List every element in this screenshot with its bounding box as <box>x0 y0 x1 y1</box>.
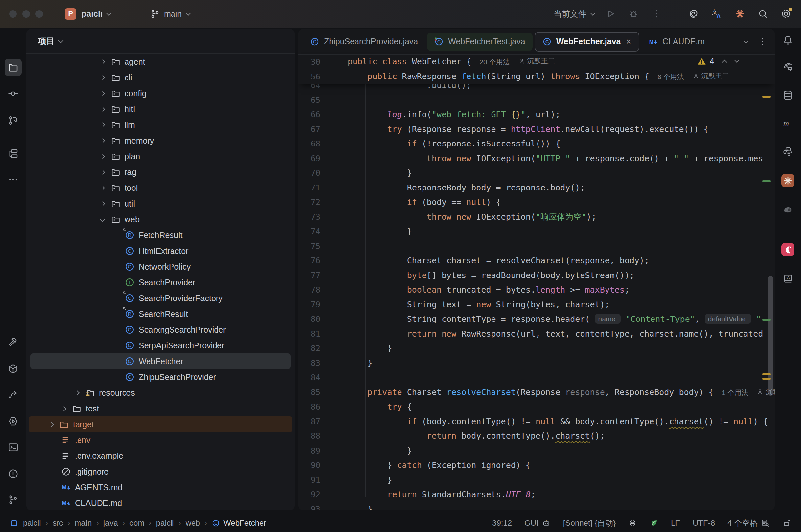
line-number[interactable]: 71 <box>298 183 320 192</box>
line-number[interactable]: 84 <box>298 373 320 382</box>
tool-stripe-notifications-icon[interactable] <box>779 32 796 49</box>
tree-item-NetworkPolicy[interactable]: CNetworkPolicy <box>30 259 291 274</box>
line-number[interactable]: 30 <box>298 57 320 66</box>
line-number[interactable]: 90 <box>298 461 320 470</box>
prev-problem-icon[interactable] <box>722 60 727 65</box>
tree-item-SearxngSearchProvider[interactable]: CSearxngSearchProvider <box>30 322 291 338</box>
tool-stripe-terminal-icon[interactable] <box>5 439 22 456</box>
project-chevron-icon[interactable] <box>107 11 112 16</box>
chevron-right-icon[interactable] <box>98 155 107 158</box>
status-gui-mode[interactable]: GUI <box>524 518 551 528</box>
tool-stripe-maven-icon[interactable]: m <box>779 115 796 132</box>
code-line-67[interactable]: 67 try (Response response = httpClient.n… <box>298 122 775 137</box>
code-line-92[interactable]: 92 return StandardCharsets.UTF_8; <box>298 487 775 502</box>
status-leaf-status[interactable] <box>650 518 658 527</box>
line-number[interactable]: 73 <box>298 212 320 222</box>
editor-tab-WebFetcher.java[interactable]: CWebFetcher.java× <box>535 32 639 52</box>
traffic-light-minimize[interactable] <box>22 10 30 18</box>
tool-stripe-commit-icon[interactable] <box>5 85 22 102</box>
tool-stripe-version-control-icon[interactable] <box>5 491 22 508</box>
code-line-89[interactable]: 89 } <box>298 444 775 458</box>
breadcrumb-item-WebFetcher[interactable]: WebFetcher <box>223 518 266 528</box>
breadcrumb-item-main[interactable]: main <box>75 518 92 528</box>
tree-item-hitl[interactable]: hitl <box>30 101 291 117</box>
line-number[interactable]: 67 <box>298 125 320 134</box>
more-actions-button[interactable] <box>649 6 664 21</box>
tool-stripe-build-icon[interactable] <box>5 334 22 351</box>
tree-item-AGENTS.md[interactable]: MAGENTS.md <box>30 479 291 495</box>
chevron-right-icon[interactable] <box>98 123 107 127</box>
traffic-light-close[interactable] <box>9 10 17 18</box>
line-number[interactable]: 85 <box>298 388 320 397</box>
tree-item-CLAUDE.md[interactable]: MCLAUDE.md <box>30 495 291 510</box>
chevron-down-icon[interactable] <box>98 218 107 221</box>
line-number[interactable]: 66 <box>298 110 320 119</box>
line-number[interactable]: 76 <box>298 256 320 265</box>
line-number[interactable]: 83 <box>298 359 320 368</box>
tool-stripe-more-icon[interactable] <box>5 171 22 188</box>
tool-stripe-packages-icon[interactable] <box>5 360 22 377</box>
settings-gear-icon[interactable] <box>779 6 793 21</box>
code-line-70[interactable]: 70 } <box>298 166 775 180</box>
author-inlay[interactable]: 沉默王二 <box>693 71 729 80</box>
traffic-light-zoom[interactable] <box>36 10 43 18</box>
tool-stripe-services-icon[interactable] <box>5 386 22 403</box>
line-number[interactable]: 78 <box>298 285 320 294</box>
line-number[interactable]: 81 <box>298 329 320 339</box>
line-number[interactable]: 77 <box>298 271 320 280</box>
tool-stripe-translation-dict-icon[interactable]: A <box>779 270 796 287</box>
chevron-right-icon[interactable] <box>98 170 107 174</box>
code-line-66[interactable]: 66 log.info("web_fetch: GET {}", url); <box>298 108 775 122</box>
tree-item-.env.example[interactable]: .env.example <box>30 448 291 464</box>
tool-stripe-vcs-update-icon[interactable] <box>5 112 22 129</box>
line-number[interactable]: 82 <box>298 344 320 353</box>
line-number[interactable]: 69 <box>298 154 320 163</box>
breadcrumb-item-java[interactable]: java <box>104 518 118 528</box>
tool-stripe-project-icon[interactable] <box>5 59 22 76</box>
ai-spiral-icon[interactable] <box>687 6 701 21</box>
status-caret-position[interactable]: 39:12 <box>492 518 512 528</box>
tree-item-SearchProvider[interactable]: ISearchProvider <box>30 274 291 290</box>
line-number[interactable]: 92 <box>298 490 320 499</box>
stripe-mark-warning[interactable] <box>762 374 771 375</box>
usages-inlay[interactable]: 6 个用法 <box>657 73 684 80</box>
tree-item-test[interactable]: test <box>30 401 291 416</box>
tab-options-kebab-icon[interactable] <box>758 37 767 46</box>
hidden-tabs-chevron-icon[interactable] <box>744 38 749 44</box>
stripe-mark-warning[interactable] <box>762 96 771 97</box>
usages-inlay[interactable]: 1 个用法 <box>722 389 748 396</box>
close-tab-icon[interactable]: × <box>626 37 632 46</box>
tree-item-SerpApiSearchProvider[interactable]: CSerpApiSearchProvider <box>30 338 291 353</box>
line-number[interactable]: 74 <box>298 227 320 236</box>
project-panel-chevron-icon[interactable] <box>58 38 64 43</box>
stripe-mark-change[interactable] <box>762 319 771 321</box>
chevron-right-icon[interactable] <box>46 423 55 426</box>
code-line-87[interactable]: 87 if (body.contentType() != null && bod… <box>298 414 775 429</box>
code-line-72[interactable]: 72 if (body == null) { <box>298 195 775 210</box>
tool-stripe-gray-plugin-icon[interactable] <box>779 201 796 218</box>
line-number[interactable]: 86 <box>298 402 320 412</box>
code-line-82[interactable]: 82 } <box>298 341 775 356</box>
tree-item-memory[interactable]: memory <box>30 133 291 148</box>
chevron-right-icon[interactable] <box>98 60 107 64</box>
code-line-73[interactable]: 73 throw new IOException("响应体为空"); <box>298 210 775 225</box>
line-number[interactable]: 91 <box>298 476 320 485</box>
code-line-77[interactable]: 77 byte[] bytes = readBounded(body.byteS… <box>298 268 775 283</box>
status-indent-style[interactable]: 4 个空格 <box>727 518 770 528</box>
search-everywhere-icon[interactable] <box>756 6 770 21</box>
status-openai-status[interactable] <box>628 518 637 527</box>
tool-stripe-database-icon[interactable] <box>779 87 796 104</box>
editor-tab-WebFetcherTest.java[interactable]: CWebFetcherTest.java <box>427 33 532 51</box>
tree-item-FetchResult[interactable]: RFetchResult <box>30 227 291 243</box>
project-name[interactable]: paicli <box>81 9 103 19</box>
translate-icon[interactable]: 文A <box>710 6 724 21</box>
tree-item-config[interactable]: config <box>30 86 291 101</box>
debug-button[interactable] <box>626 6 641 21</box>
breadcrumb-item-paicli[interactable]: paicli <box>23 518 41 528</box>
line-number[interactable]: 70 <box>298 169 320 178</box>
line-number[interactable]: 56 <box>298 72 320 81</box>
tree-item-HtmlExtractor[interactable]: CHtmlExtractor <box>30 243 291 259</box>
status-readonly-toggle[interactable] <box>782 518 791 527</box>
tree-item-rag[interactable]: rag <box>30 164 291 180</box>
tool-stripe-claude-code-icon[interactable] <box>779 172 796 189</box>
